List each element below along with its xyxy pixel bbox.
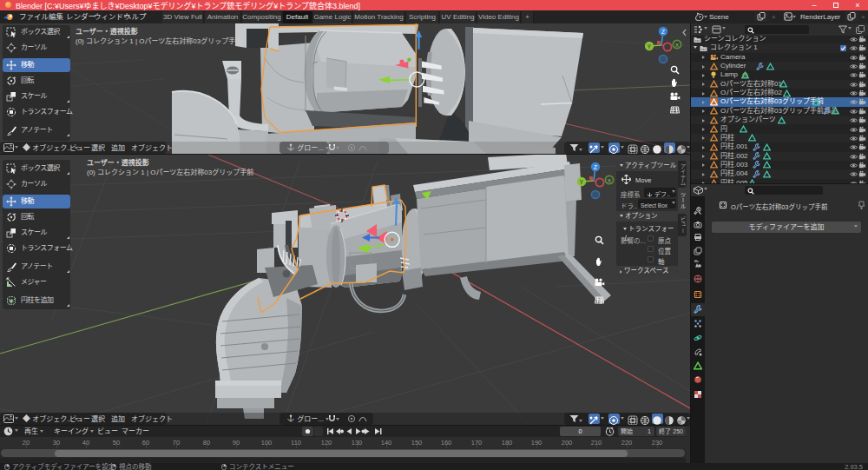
svg-text:Y: Y	[648, 43, 652, 50]
svg-text:Z: Z	[661, 29, 665, 35]
svg-text:X: X	[608, 178, 611, 183]
svg-text:Z: Z	[594, 164, 597, 170]
svg-text:X: X	[675, 43, 679, 48]
svg-text:Y: Y	[580, 179, 584, 185]
